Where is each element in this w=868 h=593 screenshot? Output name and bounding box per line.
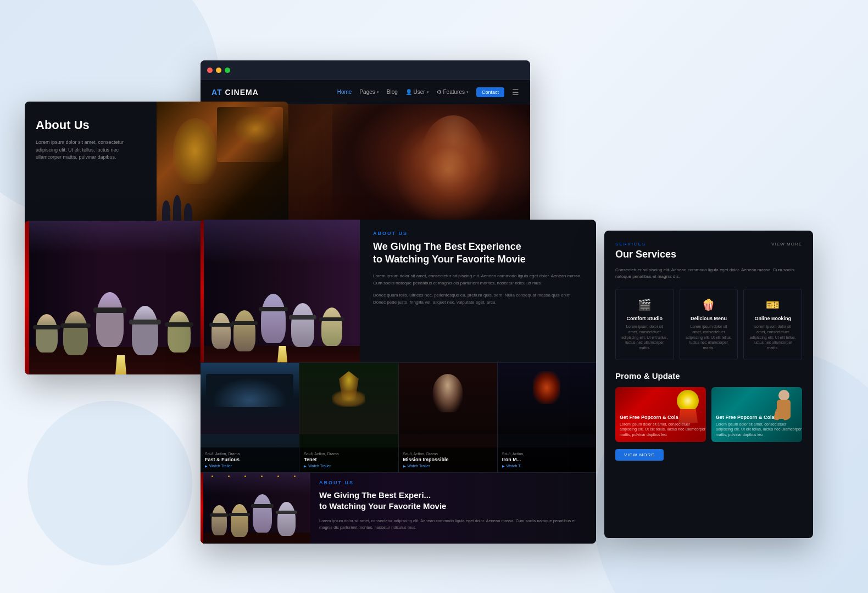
service-3-name: Online Booking bbox=[749, 316, 796, 321]
movie-3-genre: Sci-fi, Action, Drama bbox=[403, 452, 493, 456]
b-person-4 bbox=[277, 502, 296, 536]
movie-3-bg bbox=[399, 363, 497, 434]
glasses-2 bbox=[60, 323, 91, 328]
nav-home[interactable]: Home bbox=[337, 89, 352, 95]
s-glasses-1 bbox=[209, 323, 233, 327]
cinema-audience-image bbox=[201, 220, 360, 362]
projector-light bbox=[233, 113, 277, 146]
glasses-1 bbox=[33, 325, 60, 329]
light-2 bbox=[228, 475, 230, 477]
movie-2-bg bbox=[299, 363, 398, 434]
iron-figure bbox=[533, 371, 560, 404]
bottom-desc: Lorem ipsum dolor sit amet, consectetur … bbox=[319, 518, 587, 531]
movie-1-bg bbox=[201, 363, 299, 434]
services-view-more[interactable]: VIEW MORE bbox=[771, 242, 802, 247]
promo-1-title: Get Free Popcorn & Cola bbox=[620, 415, 706, 420]
movie-3-trailer[interactable]: Watch Trailer bbox=[403, 464, 493, 468]
services-title: Our Services bbox=[615, 249, 676, 260]
movie-card-1[interactable]: Sci-fi, Action, Drama Fast & Furious Wat… bbox=[201, 363, 299, 472]
movie-1-title: Fast & Furious bbox=[205, 457, 294, 462]
promo-grid: Get Free Popcorn & Cola Lorem ipsum dolo… bbox=[615, 387, 802, 442]
movie-3-info: Sci-fi, Action, Drama Mission Impossible… bbox=[399, 447, 497, 472]
nav-links: Home Pages ▾ Blog 👤 User ▾ ⚙ Features ▾ … bbox=[337, 87, 519, 97]
about-us-image bbox=[157, 102, 288, 233]
browser-controls bbox=[201, 60, 530, 80]
cinema-bg bbox=[25, 221, 217, 374]
movie-grid: Sci-fi, Action, Drama Fast & Furious Wat… bbox=[201, 362, 596, 472]
b-person-2 bbox=[231, 504, 248, 537]
bottom-section-title: We Giving The Best Experi... to Watching… bbox=[319, 490, 587, 511]
s-glasses-5 bbox=[319, 317, 344, 321]
promo-view-more-btn[interactable]: VIEW MORE bbox=[615, 449, 664, 461]
promo-card-1[interactable]: Get Free Popcorn & Cola Lorem ipsum dolo… bbox=[615, 387, 706, 442]
about-us-text: About Us Lorem ipsum dolor sit amet, con… bbox=[25, 102, 157, 233]
hero-figure bbox=[420, 115, 486, 203]
glasses-4 bbox=[129, 320, 161, 325]
about-section-label: ABOUT US bbox=[373, 231, 583, 236]
movie-card-4[interactable]: Sci-fi, Action, Iron M... Watch T... bbox=[498, 363, 596, 472]
services-header-left: SERVICES Our Services bbox=[615, 242, 676, 260]
red-stripe bbox=[25, 221, 29, 374]
promo-1-desc: Lorem ipsum dolor sit amet, consectetuer… bbox=[620, 422, 706, 438]
about-us-description: Lorem ipsum dolor sit amet, consectetur … bbox=[36, 139, 146, 161]
hamburger-icon[interactable]: ☰ bbox=[512, 88, 519, 97]
services-description: Consectetuer adipiscing elit. Aenean com… bbox=[615, 267, 802, 280]
nav-blog[interactable]: Blog bbox=[387, 89, 398, 95]
site-logo[interactable]: AT CINEMA bbox=[212, 88, 259, 97]
red-accent bbox=[201, 220, 204, 362]
figure-3 bbox=[184, 203, 192, 222]
b-glasses-1 bbox=[210, 513, 229, 517]
person-3 bbox=[96, 292, 124, 347]
popcorn-cup bbox=[115, 355, 126, 374]
card-top-section: ABOUT US We Giving The Best Experience t… bbox=[201, 220, 596, 362]
light-6 bbox=[294, 475, 296, 477]
b-person-3 bbox=[253, 494, 272, 533]
services-content: SERVICES Our Services VIEW MORE Consecte… bbox=[604, 231, 813, 538]
service-item-1[interactable]: 🎬 Comfort Studio Lorem ipsum dolor sit a… bbox=[615, 289, 674, 360]
s-person-2 bbox=[233, 310, 255, 351]
delicious-menu-icon: 🍿 bbox=[686, 298, 732, 311]
nav-user[interactable]: 👤 User ▾ bbox=[405, 89, 429, 95]
person-2 bbox=[63, 311, 88, 355]
movie-4-trailer[interactable]: Watch T... bbox=[502, 464, 592, 468]
figure-2 bbox=[173, 195, 181, 222]
service-2-name: Delicious Menu bbox=[686, 316, 732, 321]
light-5 bbox=[277, 475, 279, 477]
nav-contact-btn[interactable]: Contact bbox=[476, 87, 504, 97]
movie-1-trailer[interactable]: Watch Trailer bbox=[205, 464, 294, 468]
service-1-name: Comfort Studio bbox=[621, 316, 668, 321]
service-item-3[interactable]: 🎫 Online Booking Lorem ipsum dolor sit a… bbox=[743, 289, 802, 360]
promo-2-text: Get Free Popcorn & Cola Lorem ipsum dolo… bbox=[716, 415, 802, 438]
b-glasses-4 bbox=[276, 511, 297, 514]
movie-2-trailer[interactable]: Watch Trailer bbox=[304, 464, 393, 468]
promo-2-desc: Lorem ipsum dolor sit amet, consectetuer… bbox=[716, 422, 802, 438]
bottom-section-label: ABOUT US bbox=[319, 480, 587, 485]
s-person-3 bbox=[261, 294, 286, 343]
movie-1-genre: Sci-fi, Action, Drama bbox=[205, 452, 294, 456]
service-item-2[interactable]: 🍿 Delicious Menu Lorem ipsum dolor sit a… bbox=[680, 289, 738, 360]
movie-4-bg bbox=[498, 363, 596, 434]
movie-card-2[interactable]: Sci-fi, Action, Drama Tenet Watch Traile… bbox=[299, 363, 398, 472]
logo-highlight: AT bbox=[212, 88, 222, 97]
glasses-5 bbox=[165, 322, 193, 327]
promo-card-2[interactable]: Get Free Popcorn & Cola Lorem ipsum dolo… bbox=[711, 387, 802, 442]
promo-title: Promo & Update bbox=[615, 371, 802, 381]
bottom-cinema-image bbox=[201, 473, 310, 544]
movie-2-info: Sci-fi, Action, Drama Tenet Watch Traile… bbox=[299, 447, 398, 472]
main-content: ABOUT US We Giving The Best Experience t… bbox=[201, 220, 596, 544]
nav-features[interactable]: ⚙ Features ▾ bbox=[437, 89, 469, 95]
navbar: AT CINEMA Home Pages ▾ Blog 👤 User ▾ ⚙ F… bbox=[201, 80, 530, 104]
title-line2: to Watching Your Favorite Movie bbox=[373, 254, 526, 265]
cinema-audience-card bbox=[25, 221, 217, 374]
bg-decoration-3 bbox=[27, 401, 192, 566]
light-3 bbox=[244, 475, 246, 477]
movie-card-3[interactable]: Sci-fi, Action, Drama Mission Impossible… bbox=[399, 363, 498, 472]
glasses-3 bbox=[93, 307, 126, 313]
promo-1-text: Get Free Popcorn & Cola Lorem ipsum dolo… bbox=[620, 415, 706, 438]
movie-2-genre: Sci-fi, Action, Drama bbox=[304, 452, 393, 456]
about-us-card: About Us Lorem ipsum dolor sit amet, con… bbox=[25, 102, 288, 233]
services-card: SERVICES Our Services VIEW MORE Consecte… bbox=[604, 231, 813, 538]
b-red-stripe bbox=[201, 473, 203, 544]
nav-pages[interactable]: Pages ▾ bbox=[359, 89, 379, 95]
light-1 bbox=[212, 475, 213, 477]
